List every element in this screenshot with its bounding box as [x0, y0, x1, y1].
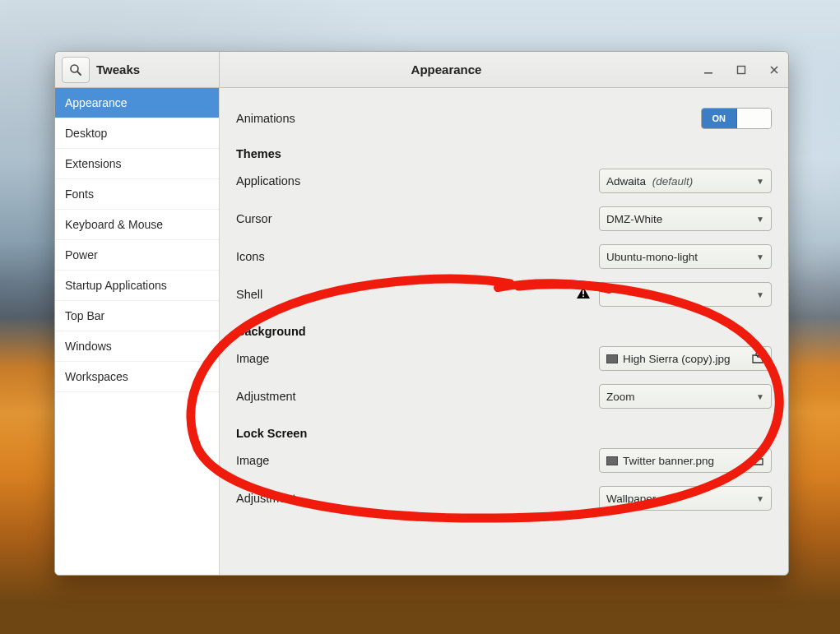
- label-icons: Icons: [236, 250, 265, 263]
- dropdown-icons-theme[interactable]: Ubuntu-mono-light ▼: [599, 244, 772, 269]
- svg-line-1: [77, 72, 81, 75]
- heading-background: Background: [236, 313, 772, 340]
- close-button[interactable]: [765, 61, 783, 79]
- close-icon: [769, 65, 779, 75]
- suffix-applications-default: (default): [652, 175, 694, 187]
- image-thumbnail-icon: [606, 354, 618, 363]
- dropdown-shell-theme: ▼: [599, 282, 772, 307]
- sidebar-item-fonts[interactable]: Fonts: [55, 179, 219, 210]
- label-shell: Shell: [236, 288, 262, 301]
- search-button[interactable]: [62, 57, 90, 83]
- chevron-down-icon: ▼: [756, 215, 764, 224]
- sidebar-item-extensions[interactable]: Extensions: [55, 149, 219, 179]
- toggle-on-label: ON: [702, 109, 737, 128]
- svg-rect-9: [756, 456, 759, 458]
- sidebar-item-top-bar[interactable]: Top Bar: [55, 301, 219, 331]
- value-background-adjustment: Zoom: [606, 391, 635, 403]
- dropdown-applications-theme[interactable]: Adwaita (default) ▼: [599, 169, 772, 193]
- label-lockscreen-adjustment: Adjustment: [236, 492, 296, 505]
- row-background-image: Image High Sierra (copy).jpg: [236, 340, 772, 377]
- sidebar-item-power[interactable]: Power: [55, 240, 219, 271]
- dropdown-background-adjustment[interactable]: Zoom ▼: [599, 384, 772, 409]
- tweaks-window: Tweaks Appearance Appearance Desktop Ext…: [54, 51, 789, 576]
- titlebar-left: Tweaks: [55, 52, 220, 87]
- heading-themes: Themes: [236, 136, 772, 162]
- sidebar: Appearance Desktop Extensions Fonts Keyb…: [55, 88, 220, 575]
- label-lockscreen-image: Image: [236, 454, 269, 467]
- sidebar-item-workspaces[interactable]: Workspaces: [55, 362, 219, 392]
- chevron-down-icon: ▼: [756, 252, 764, 261]
- dropdown-lockscreen-adjustment[interactable]: Wallpaper ▼: [599, 486, 772, 511]
- toggle-animations[interactable]: ON: [701, 108, 772, 129]
- sidebar-item-startup-applications[interactable]: Startup Applications: [55, 271, 219, 301]
- value-lockscreen-image: Twitter banner.png: [623, 455, 714, 467]
- row-cursor-theme: Cursor DMZ-White ▼: [236, 200, 772, 238]
- sidebar-item-appearance[interactable]: Appearance: [55, 88, 219, 118]
- minimize-icon: [703, 65, 713, 75]
- value-applications-theme: Adwaita: [606, 175, 646, 187]
- minimize-button[interactable]: [699, 61, 717, 79]
- chevron-down-icon: ▼: [756, 494, 764, 503]
- row-applications-theme: Applications Adwaita (default) ▼: [236, 162, 772, 200]
- label-animations: Animations: [236, 112, 295, 125]
- file-open-icon: [751, 353, 764, 364]
- row-background-adjustment: Adjustment Zoom ▼: [236, 377, 772, 415]
- row-animations: Animations ON: [236, 101, 772, 136]
- label-background-image: Image: [236, 352, 269, 365]
- titlebar-right: Appearance: [220, 52, 788, 87]
- row-lockscreen-image: Image Twitter banner.png: [236, 442, 772, 479]
- svg-rect-8: [756, 354, 759, 356]
- label-applications: Applications: [236, 174, 300, 187]
- sidebar-item-desktop[interactable]: Desktop: [55, 118, 219, 149]
- value-cursor-theme: DMZ-White: [606, 213, 662, 225]
- row-icons-theme: Icons Ubuntu-mono-light ▼: [236, 238, 772, 275]
- filechooser-background-image[interactable]: High Sierra (copy).jpg: [599, 346, 772, 371]
- sidebar-item-windows[interactable]: Windows: [55, 331, 219, 362]
- titlebar: Tweaks Appearance: [55, 52, 788, 88]
- image-thumbnail-icon: [606, 456, 618, 465]
- row-shell-theme: Shell ▼: [236, 275, 772, 313]
- chevron-down-icon: ▼: [756, 290, 764, 299]
- value-lockscreen-adjustment: Wallpaper: [606, 493, 656, 505]
- svg-rect-7: [582, 295, 584, 297]
- maximize-icon: [736, 65, 746, 75]
- heading-lockscreen: Lock Screen: [236, 415, 772, 442]
- panel-title: Appearance: [220, 62, 673, 76]
- sidebar-item-keyboard-mouse[interactable]: Keyboard & Mouse: [55, 210, 219, 240]
- svg-rect-2: [704, 72, 712, 74]
- content-panel: Animations ON Themes Applications Adwait…: [220, 88, 788, 575]
- svg-rect-3: [738, 66, 745, 73]
- value-icons-theme: Ubuntu-mono-light: [606, 251, 698, 263]
- app-title: Tweaks: [96, 62, 140, 76]
- toggle-off-half: [737, 109, 772, 128]
- label-background-adjustment: Adjustment: [236, 390, 296, 403]
- warning-icon: [576, 286, 591, 303]
- chevron-down-icon: ▼: [756, 392, 764, 401]
- filechooser-lockscreen-image[interactable]: Twitter banner.png: [599, 448, 772, 473]
- chevron-down-icon: ▼: [756, 177, 764, 186]
- svg-rect-6: [582, 290, 584, 294]
- value-background-image: High Sierra (copy).jpg: [623, 353, 731, 365]
- row-lockscreen-adjustment: Adjustment Wallpaper ▼: [236, 479, 772, 517]
- maximize-button[interactable]: [732, 61, 750, 79]
- window-controls: [699, 61, 783, 79]
- label-cursor: Cursor: [236, 212, 272, 225]
- search-icon: [69, 63, 82, 76]
- file-open-icon: [751, 455, 764, 466]
- dropdown-cursor-theme[interactable]: DMZ-White ▼: [599, 206, 772, 231]
- window-body: Appearance Desktop Extensions Fonts Keyb…: [55, 88, 788, 575]
